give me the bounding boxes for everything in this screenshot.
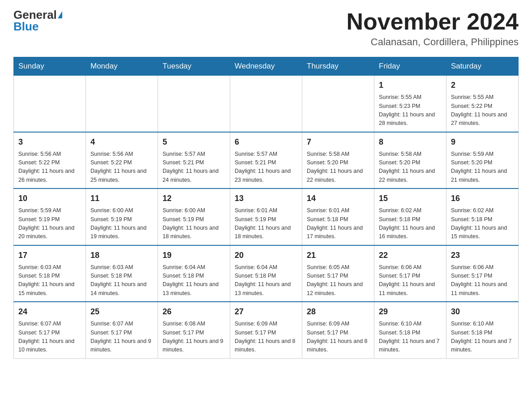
calendar-cell: 8Sunrise: 5:58 AM Sunset: 5:20 PM Daylig… [374, 132, 446, 189]
cell-info: Sunrise: 5:56 AM Sunset: 5:22 PM Dayligh… [90, 150, 153, 185]
calendar-cell: 9Sunrise: 5:59 AM Sunset: 5:20 PM Daylig… [446, 132, 519, 189]
cell-info: Sunrise: 6:09 AM Sunset: 5:17 PM Dayligh… [235, 320, 297, 355]
cell-info: Sunrise: 6:03 AM Sunset: 5:18 PM Dayligh… [18, 263, 81, 298]
page-header: General Blue November 2024 Calanasan, Co… [13, 9, 519, 48]
cell-info: Sunrise: 5:55 AM Sunset: 5:22 PM Dayligh… [451, 93, 514, 128]
calendar-week-row: 17Sunrise: 6:03 AM Sunset: 5:18 PM Dayli… [14, 245, 519, 302]
calendar-cell: 1Sunrise: 5:55 AM Sunset: 5:23 PM Daylig… [374, 76, 446, 132]
cell-info: Sunrise: 6:07 AM Sunset: 5:17 PM Dayligh… [18, 320, 81, 355]
day-number: 3 [18, 136, 81, 148]
calendar-cell: 7Sunrise: 5:58 AM Sunset: 5:20 PM Daylig… [302, 132, 374, 189]
cell-info: Sunrise: 6:01 AM Sunset: 5:19 PM Dayligh… [235, 206, 297, 241]
calendar-cell [158, 76, 230, 132]
calendar-cell [230, 76, 302, 132]
cell-info: Sunrise: 6:08 AM Sunset: 5:17 PM Dayligh… [163, 320, 225, 355]
calendar-cell: 3Sunrise: 5:56 AM Sunset: 5:22 PM Daylig… [14, 132, 86, 189]
calendar-cell: 30Sunrise: 6:10 AM Sunset: 5:18 PM Dayli… [446, 302, 519, 358]
logo-triangle-icon [58, 11, 62, 18]
calendar-cell: 5Sunrise: 5:57 AM Sunset: 5:21 PM Daylig… [158, 132, 230, 189]
cell-info: Sunrise: 6:04 AM Sunset: 5:18 PM Dayligh… [163, 263, 225, 298]
cell-info: Sunrise: 6:00 AM Sunset: 5:19 PM Dayligh… [163, 206, 225, 241]
cell-info: Sunrise: 6:03 AM Sunset: 5:18 PM Dayligh… [90, 263, 153, 298]
day-number: 29 [379, 306, 442, 318]
day-number: 16 [451, 193, 514, 205]
calendar-cell: 14Sunrise: 6:01 AM Sunset: 5:18 PM Dayli… [302, 188, 374, 245]
cell-info: Sunrise: 6:10 AM Sunset: 5:18 PM Dayligh… [379, 320, 442, 355]
calendar-cell: 6Sunrise: 5:57 AM Sunset: 5:21 PM Daylig… [230, 132, 302, 189]
calendar-week-row: 24Sunrise: 6:07 AM Sunset: 5:17 PM Dayli… [14, 302, 519, 358]
day-number: 12 [163, 193, 225, 205]
calendar-cell: 23Sunrise: 6:06 AM Sunset: 5:17 PM Dayli… [446, 245, 519, 302]
calendar-cell: 17Sunrise: 6:03 AM Sunset: 5:18 PM Dayli… [14, 245, 86, 302]
day-number: 25 [90, 306, 153, 318]
weekday-header-thursday: Thursday [302, 57, 374, 76]
calendar-cell: 25Sunrise: 6:07 AM Sunset: 5:17 PM Dayli… [86, 302, 158, 358]
day-number: 13 [235, 193, 297, 205]
weekday-header-saturday: Saturday [446, 57, 519, 76]
title-block: November 2024 Calanasan, Cordillera, Phi… [347, 9, 519, 48]
day-number: 14 [307, 193, 369, 205]
day-number: 6 [235, 136, 297, 148]
cell-info: Sunrise: 6:01 AM Sunset: 5:18 PM Dayligh… [307, 206, 369, 241]
calendar-cell: 15Sunrise: 6:02 AM Sunset: 5:18 PM Dayli… [374, 188, 446, 245]
cell-info: Sunrise: 5:55 AM Sunset: 5:23 PM Dayligh… [379, 93, 442, 128]
cell-info: Sunrise: 5:56 AM Sunset: 5:22 PM Dayligh… [18, 150, 81, 185]
day-number: 26 [163, 306, 225, 318]
calendar-cell: 16Sunrise: 6:02 AM Sunset: 5:18 PM Dayli… [446, 188, 519, 245]
day-number: 5 [163, 136, 225, 148]
location-subtitle: Calanasan, Cordillera, Philippines [347, 36, 519, 48]
day-number: 23 [451, 249, 514, 261]
calendar-week-row: 3Sunrise: 5:56 AM Sunset: 5:22 PM Daylig… [14, 132, 519, 189]
day-number: 21 [307, 249, 369, 261]
calendar-cell: 24Sunrise: 6:07 AM Sunset: 5:17 PM Dayli… [14, 302, 86, 358]
calendar-cell: 27Sunrise: 6:09 AM Sunset: 5:17 PM Dayli… [230, 302, 302, 358]
cell-info: Sunrise: 6:09 AM Sunset: 5:17 PM Dayligh… [307, 320, 369, 355]
day-number: 24 [18, 306, 81, 318]
cell-info: Sunrise: 5:58 AM Sunset: 5:20 PM Dayligh… [307, 150, 369, 185]
calendar-cell: 2Sunrise: 5:55 AM Sunset: 5:22 PM Daylig… [446, 76, 519, 132]
day-number: 1 [379, 79, 442, 91]
calendar-cell: 29Sunrise: 6:10 AM Sunset: 5:18 PM Dayli… [374, 302, 446, 358]
day-number: 30 [451, 306, 514, 318]
cell-info: Sunrise: 6:07 AM Sunset: 5:17 PM Dayligh… [90, 320, 153, 355]
weekday-header-wednesday: Wednesday [230, 57, 302, 76]
cell-info: Sunrise: 6:06 AM Sunset: 5:17 PM Dayligh… [379, 263, 442, 298]
day-number: 10 [18, 193, 81, 205]
calendar-cell: 18Sunrise: 6:03 AM Sunset: 5:18 PM Dayli… [86, 245, 158, 302]
month-title: November 2024 [347, 9, 519, 34]
day-number: 20 [235, 249, 297, 261]
cell-info: Sunrise: 5:58 AM Sunset: 5:20 PM Dayligh… [379, 150, 442, 185]
logo: General Blue [13, 9, 62, 32]
calendar-cell: 4Sunrise: 5:56 AM Sunset: 5:22 PM Daylig… [86, 132, 158, 189]
calendar-cell: 21Sunrise: 6:05 AM Sunset: 5:17 PM Dayli… [302, 245, 374, 302]
logo-blue-text: Blue [13, 21, 39, 32]
cell-info: Sunrise: 5:59 AM Sunset: 5:19 PM Dayligh… [18, 206, 81, 241]
day-number: 8 [379, 136, 442, 148]
calendar-cell: 12Sunrise: 6:00 AM Sunset: 5:19 PM Dayli… [158, 188, 230, 245]
day-number: 7 [307, 136, 369, 148]
cell-info: Sunrise: 6:02 AM Sunset: 5:18 PM Dayligh… [379, 206, 442, 241]
cell-info: Sunrise: 6:02 AM Sunset: 5:18 PM Dayligh… [451, 206, 514, 241]
day-number: 11 [90, 193, 153, 205]
calendar-cell: 10Sunrise: 5:59 AM Sunset: 5:19 PM Dayli… [14, 188, 86, 245]
weekday-header-sunday: Sunday [14, 57, 86, 76]
calendar-cell [86, 76, 158, 132]
cell-info: Sunrise: 6:05 AM Sunset: 5:17 PM Dayligh… [307, 263, 369, 298]
calendar-header-row: SundayMondayTuesdayWednesdayThursdayFrid… [14, 57, 519, 76]
day-number: 18 [90, 249, 153, 261]
calendar-cell [302, 76, 374, 132]
cell-info: Sunrise: 6:04 AM Sunset: 5:18 PM Dayligh… [235, 263, 297, 298]
weekday-header-friday: Friday [374, 57, 446, 76]
day-number: 9 [451, 136, 514, 148]
day-number: 15 [379, 193, 442, 205]
cell-info: Sunrise: 6:06 AM Sunset: 5:17 PM Dayligh… [451, 263, 514, 298]
calendar-cell: 26Sunrise: 6:08 AM Sunset: 5:17 PM Dayli… [158, 302, 230, 358]
day-number: 4 [90, 136, 153, 148]
calendar-cell: 20Sunrise: 6:04 AM Sunset: 5:18 PM Dayli… [230, 245, 302, 302]
cell-info: Sunrise: 6:00 AM Sunset: 5:19 PM Dayligh… [90, 206, 153, 241]
cell-info: Sunrise: 5:59 AM Sunset: 5:20 PM Dayligh… [451, 150, 514, 185]
cell-info: Sunrise: 5:57 AM Sunset: 5:21 PM Dayligh… [235, 150, 297, 185]
calendar-week-row: 1Sunrise: 5:55 AM Sunset: 5:23 PM Daylig… [14, 76, 519, 132]
calendar-cell: 28Sunrise: 6:09 AM Sunset: 5:17 PM Dayli… [302, 302, 374, 358]
day-number: 28 [307, 306, 369, 318]
